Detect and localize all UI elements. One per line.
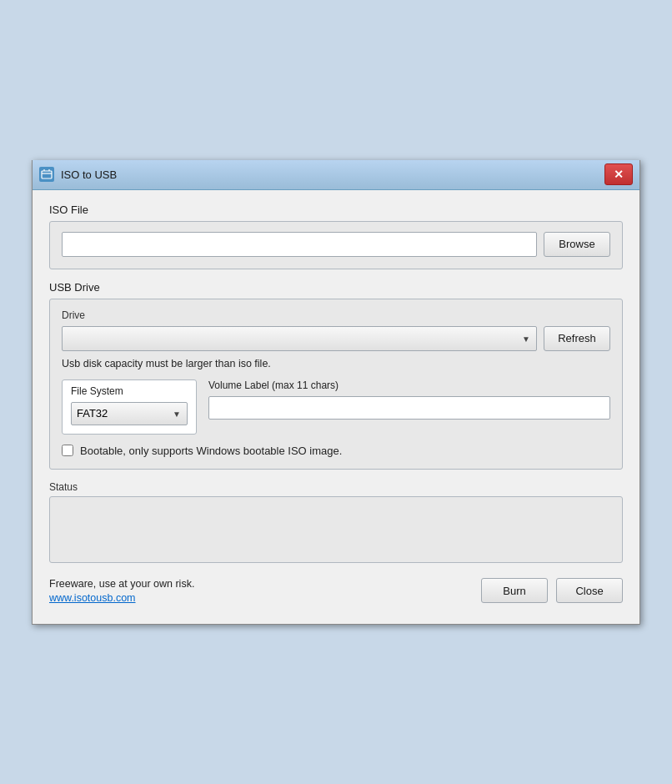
volume-label-group: Volume Label (max 11 chars) bbox=[208, 379, 610, 420]
footer: Freeware, use at your own risk. www.isot… bbox=[49, 575, 623, 611]
file-system-label: File System bbox=[71, 385, 188, 397]
close-button[interactable]: Close bbox=[556, 578, 623, 603]
drive-row: Refresh bbox=[62, 326, 610, 351]
website-link[interactable]: www.isotousb.com bbox=[49, 592, 136, 604]
capacity-note: Usb disk capacity must be larger than is… bbox=[62, 358, 610, 369]
close-window-button[interactable]: ✕ bbox=[604, 163, 633, 185]
drive-select[interactable] bbox=[62, 326, 537, 351]
drive-label: Drive bbox=[62, 309, 610, 321]
browse-button[interactable]: Browse bbox=[544, 232, 610, 257]
burn-button[interactable]: Burn bbox=[481, 578, 548, 603]
status-label: Status bbox=[49, 481, 623, 493]
title-bar: ISO to USB ✕ bbox=[33, 160, 639, 190]
volume-label-text: Volume Label (max 11 chars) bbox=[208, 379, 610, 391]
window-title: ISO to USB bbox=[61, 168, 604, 181]
refresh-button[interactable]: Refresh bbox=[544, 326, 610, 351]
bootable-label: Bootable, only supports Windows bootable… bbox=[80, 445, 342, 457]
usb-section-label: USB Drive bbox=[49, 281, 623, 294]
freeware-text: Freeware, use at your own risk. bbox=[49, 578, 481, 590]
svg-rect-0 bbox=[42, 171, 52, 178]
iso-file-input[interactable] bbox=[62, 232, 537, 257]
bootable-row: Bootable, only supports Windows bootable… bbox=[62, 445, 610, 457]
fs-select-wrapper: FAT32 NTFS exFAT bbox=[71, 402, 188, 425]
window-content: ISO File Browse USB Drive Drive Refresh … bbox=[33, 190, 639, 624]
file-system-group: File System FAT32 NTFS exFAT bbox=[62, 379, 197, 435]
status-section bbox=[49, 496, 623, 563]
footer-left: Freeware, use at your own risk. www.isot… bbox=[49, 578, 481, 604]
footer-buttons: Burn Close bbox=[481, 578, 623, 603]
status-text bbox=[58, 504, 614, 545]
volume-label-input[interactable] bbox=[208, 396, 610, 420]
drive-select-wrapper bbox=[62, 326, 537, 351]
iso-section: Browse bbox=[49, 221, 623, 269]
fs-volume-row: File System FAT32 NTFS exFAT Volume Labe… bbox=[62, 379, 610, 435]
file-system-select[interactable]: FAT32 NTFS exFAT bbox=[71, 402, 188, 425]
app-icon bbox=[39, 167, 54, 182]
main-window: ISO to USB ✕ ISO File Browse USB Drive D… bbox=[32, 160, 640, 625]
iso-row: Browse bbox=[62, 232, 610, 257]
usb-section: Drive Refresh Usb disk capacity must be … bbox=[49, 299, 623, 470]
bootable-checkbox[interactable] bbox=[62, 445, 73, 456]
iso-section-label: ISO File bbox=[49, 204, 623, 216]
